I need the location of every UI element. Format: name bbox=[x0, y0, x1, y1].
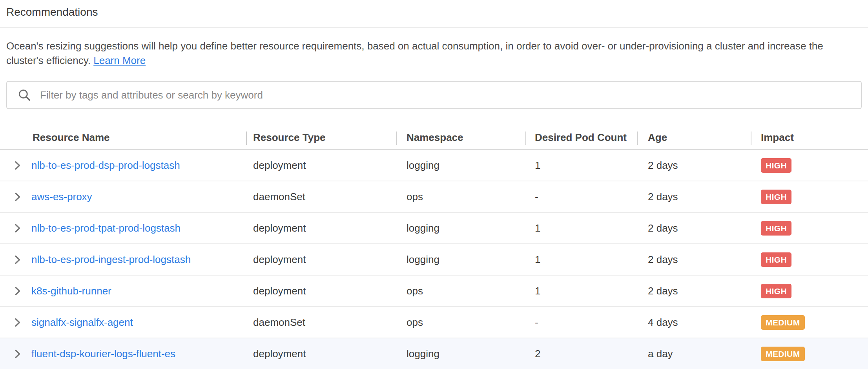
resource-name-link[interactable]: k8s-github-runner bbox=[31, 285, 111, 297]
pod-count-cell: 1 bbox=[525, 222, 637, 234]
namespace-cell: ops bbox=[396, 191, 525, 203]
pod-count-cell: 1 bbox=[525, 254, 637, 266]
column-header-resource-name[interactable]: Resource Name bbox=[0, 126, 246, 149]
resource-name-link[interactable]: fluent-dsp-kourier-logs-fluent-es bbox=[31, 348, 175, 360]
search-input[interactable] bbox=[39, 89, 853, 102]
pod-count-cell: - bbox=[525, 191, 637, 203]
page-description: Ocean's resizing suggestions will help y… bbox=[6, 39, 862, 68]
impact-cell: HIGH bbox=[751, 284, 868, 298]
namespace-cell: logging bbox=[396, 348, 525, 360]
table-body: nlb-to-es-prod-dsp-prod-logstash deploym… bbox=[0, 150, 868, 369]
namespace-cell: ops bbox=[396, 285, 525, 297]
chevron-right-icon[interactable] bbox=[14, 318, 21, 327]
age-cell: 4 days bbox=[637, 316, 751, 329]
impact-badge: HIGH bbox=[761, 284, 791, 298]
page-title: Recommendations bbox=[6, 5, 862, 19]
impact-cell: MEDIUM bbox=[751, 347, 868, 361]
title-divider bbox=[0, 27, 868, 28]
resource-name-cell: nlb-to-es-prod-ingest-prod-logstash bbox=[0, 254, 246, 266]
chevron-right-icon[interactable] bbox=[14, 223, 21, 233]
table-row[interactable]: k8s-github-runner deployment ops 1 2 day… bbox=[0, 276, 868, 307]
column-header-namespace[interactable]: Namespace bbox=[396, 126, 525, 149]
impact-cell: MEDIUM bbox=[751, 315, 868, 330]
age-cell: 2 days bbox=[637, 222, 751, 234]
chevron-right-icon[interactable] bbox=[14, 349, 21, 359]
impact-badge: MEDIUM bbox=[761, 315, 805, 330]
impact-badge: HIGH bbox=[761, 190, 791, 204]
impact-badge: MEDIUM bbox=[761, 347, 805, 361]
resource-type-cell: deployment bbox=[246, 348, 396, 360]
namespace-cell: logging bbox=[396, 254, 525, 266]
impact-cell: HIGH bbox=[751, 158, 868, 173]
resource-name-cell: nlb-to-es-prod-tpat-prod-logstash bbox=[0, 222, 246, 234]
recommendations-table: Resource Name Resource Type Namespace De… bbox=[0, 126, 868, 369]
resource-type-cell: deployment bbox=[246, 285, 396, 297]
resource-name-link[interactable]: nlb-to-es-prod-ingest-prod-logstash bbox=[31, 254, 191, 266]
resource-type-cell: daemonSet bbox=[246, 191, 396, 203]
chevron-right-icon[interactable] bbox=[14, 255, 21, 265]
recommendations-page: Recommendations Ocean's resizing suggest… bbox=[0, 5, 868, 369]
namespace-cell: logging bbox=[396, 222, 525, 234]
impact-badge: HIGH bbox=[761, 252, 791, 267]
impact-cell: HIGH bbox=[751, 221, 868, 236]
age-cell: 2 days bbox=[637, 285, 751, 297]
pod-count-cell: - bbox=[525, 316, 637, 329]
table-row[interactable]: aws-es-proxy daemonSet ops - 2 days HIGH bbox=[0, 181, 868, 213]
table-row[interactable]: nlb-to-es-prod-tpat-prod-logstash deploy… bbox=[0, 213, 868, 244]
impact-badge: HIGH bbox=[761, 158, 791, 173]
resource-name-link[interactable]: signalfx-signalfx-agent bbox=[31, 316, 133, 329]
pod-count-cell: 1 bbox=[525, 159, 637, 172]
resource-type-cell: daemonSet bbox=[246, 316, 396, 329]
column-header-desired-pod-count[interactable]: Desired Pod Count bbox=[525, 126, 637, 149]
resource-name-cell: fluent-dsp-kourier-logs-fluent-es bbox=[0, 348, 246, 360]
table-header-row: Resource Name Resource Type Namespace De… bbox=[0, 126, 868, 150]
resource-name-cell: k8s-github-runner bbox=[0, 285, 246, 297]
resource-type-cell: deployment bbox=[246, 159, 396, 172]
namespace-cell: ops bbox=[396, 316, 525, 329]
resource-type-cell: deployment bbox=[246, 222, 396, 234]
age-cell: 2 days bbox=[637, 191, 751, 203]
impact-badge: HIGH bbox=[761, 221, 791, 236]
column-header-impact[interactable]: Impact bbox=[751, 126, 868, 149]
search-icon bbox=[17, 88, 31, 102]
resource-name-cell: nlb-to-es-prod-dsp-prod-logstash bbox=[0, 159, 246, 172]
filter-search-bar[interactable] bbox=[6, 81, 862, 109]
table-row[interactable]: fluent-dsp-kourier-logs-fluent-es deploy… bbox=[0, 338, 868, 369]
resource-name-link[interactable]: aws-es-proxy bbox=[31, 191, 92, 203]
resource-name-link[interactable]: nlb-to-es-prod-dsp-prod-logstash bbox=[31, 159, 180, 172]
table-row[interactable]: signalfx-signalfx-agent daemonSet ops - … bbox=[0, 307, 868, 338]
chevron-right-icon[interactable] bbox=[14, 286, 21, 296]
column-header-age[interactable]: Age bbox=[637, 126, 751, 149]
table-row[interactable]: nlb-to-es-prod-ingest-prod-logstash depl… bbox=[0, 244, 868, 276]
impact-cell: HIGH bbox=[751, 190, 868, 204]
resource-name-cell: signalfx-signalfx-agent bbox=[0, 316, 246, 329]
column-header-resource-type[interactable]: Resource Type bbox=[246, 126, 396, 149]
chevron-right-icon[interactable] bbox=[14, 192, 21, 202]
learn-more-link[interactable]: Learn More bbox=[93, 55, 146, 66]
age-cell: 2 days bbox=[637, 254, 751, 266]
namespace-cell: logging bbox=[396, 159, 525, 172]
pod-count-cell: 2 bbox=[525, 348, 637, 360]
age-cell: 2 days bbox=[637, 159, 751, 172]
pod-count-cell: 1 bbox=[525, 285, 637, 297]
impact-cell: HIGH bbox=[751, 252, 868, 267]
resource-name-cell: aws-es-proxy bbox=[0, 191, 246, 203]
chevron-right-icon[interactable] bbox=[14, 161, 21, 170]
table-row[interactable]: nlb-to-es-prod-dsp-prod-logstash deploym… bbox=[0, 150, 868, 181]
resource-name-link[interactable]: nlb-to-es-prod-tpat-prod-logstash bbox=[31, 222, 181, 234]
resource-type-cell: deployment bbox=[246, 254, 396, 266]
age-cell: a day bbox=[637, 348, 751, 360]
